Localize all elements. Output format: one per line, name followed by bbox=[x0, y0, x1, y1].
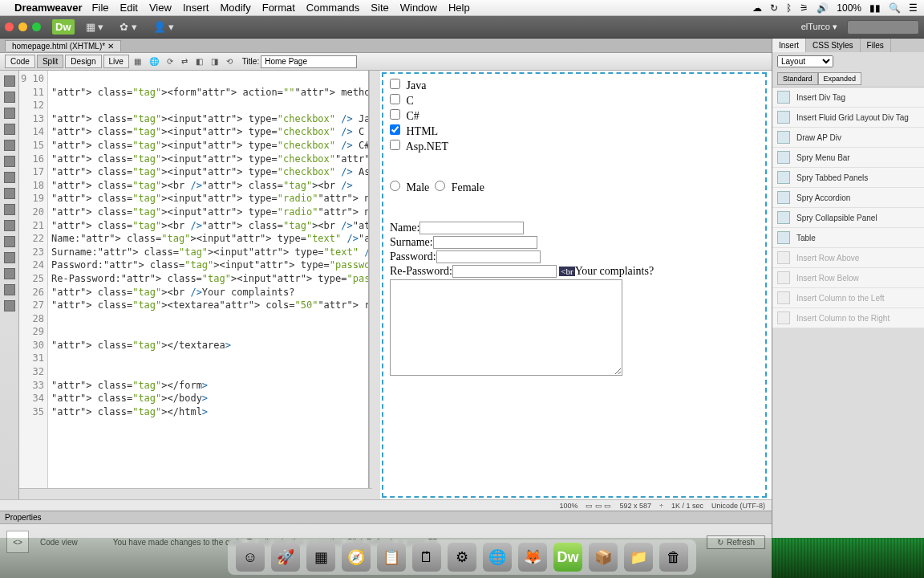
ct-icon[interactable] bbox=[4, 300, 15, 311]
insert-item[interactable]: Table bbox=[772, 228, 924, 248]
insert-item[interactable]: Spry Tabbed Panels bbox=[772, 168, 924, 188]
insert-item[interactable]: Insert Fluid Grid Layout Div Tag bbox=[772, 108, 924, 128]
dock-launchpad-icon[interactable]: 🚀 bbox=[271, 543, 300, 572]
surname-input[interactable] bbox=[433, 236, 537, 249]
design-pane[interactable]: Java C C# HTML Asp.NET Male Female Name:… bbox=[382, 72, 767, 498]
ct-icon[interactable] bbox=[4, 204, 15, 215]
tab-css[interactable]: CSS Styles bbox=[806, 39, 861, 52]
menu-extras-icon[interactable]: ☰ bbox=[909, 2, 918, 14]
menu-format[interactable]: Format bbox=[262, 2, 295, 14]
tab-insert[interactable]: Insert bbox=[772, 39, 806, 52]
vb-icon-6[interactable]: ◨ bbox=[208, 55, 221, 67]
dock-trash-icon[interactable]: 🗑 bbox=[659, 543, 688, 572]
app-name[interactable]: Dreamweaver bbox=[14, 2, 83, 14]
br-tag-selected[interactable]: <br bbox=[559, 267, 574, 276]
chk-java[interactable] bbox=[390, 79, 400, 89]
dock-notes-icon[interactable]: 📋 bbox=[377, 543, 406, 572]
status-zoom[interactable]: 100% bbox=[559, 502, 578, 510]
menu-file[interactable]: File bbox=[92, 2, 109, 14]
dock-finder-icon[interactable]: ☺ bbox=[236, 543, 265, 572]
vb-icon-2[interactable]: 🌐 bbox=[146, 55, 162, 67]
menu-view[interactable]: View bbox=[149, 2, 172, 14]
mode-expanded[interactable]: Expanded bbox=[818, 72, 862, 85]
zoom-window[interactable] bbox=[32, 22, 41, 31]
insert-item[interactable]: Spry Accordion bbox=[772, 188, 924, 208]
layout-dropdown-icon[interactable]: ▦ ▾ bbox=[81, 19, 109, 35]
view-design-button[interactable]: Design bbox=[65, 55, 101, 68]
chk-aspnet[interactable] bbox=[390, 140, 400, 150]
gear-dropdown-icon[interactable]: ✿ ▾ bbox=[115, 19, 142, 35]
dock-safari2-icon[interactable]: 🌐 bbox=[483, 543, 512, 572]
properties-title[interactable]: Properties bbox=[0, 511, 772, 524]
dock-app2-icon[interactable]: 📦 bbox=[589, 543, 618, 572]
close-window[interactable] bbox=[5, 22, 14, 31]
search-field[interactable] bbox=[847, 20, 919, 35]
menu-site[interactable]: Site bbox=[371, 2, 388, 14]
ct-icon[interactable] bbox=[4, 172, 15, 183]
dock-folder-icon[interactable]: 📁 bbox=[624, 543, 653, 572]
ct-icon[interactable] bbox=[4, 268, 15, 279]
ct-icon[interactable] bbox=[4, 92, 15, 103]
dock-dreamweaver-icon[interactable]: Dw bbox=[553, 543, 582, 572]
ct-icon[interactable] bbox=[4, 156, 15, 167]
spotlight-icon[interactable]: 🔍 bbox=[889, 2, 901, 14]
vb-icon-4[interactable]: ⇄ bbox=[178, 55, 191, 67]
tab-files[interactable]: Files bbox=[861, 39, 891, 52]
complaints-textarea[interactable] bbox=[390, 279, 622, 376]
chk-c[interactable] bbox=[390, 94, 400, 104]
insert-item[interactable]: Spry Collapsible Panel bbox=[772, 208, 924, 228]
insert-item[interactable]: Insert Div Tag bbox=[772, 88, 924, 108]
dock-app-icon[interactable]: ⚙ bbox=[448, 543, 476, 572]
insert-item[interactable]: Spry Menu Bar bbox=[772, 148, 924, 168]
dock-stickies-icon[interactable]: 🗒 bbox=[412, 543, 441, 572]
menu-modify[interactable]: Modify bbox=[220, 2, 250, 14]
wifi-icon[interactable]: ⚞ bbox=[800, 2, 808, 14]
vb-icon-5[interactable]: ◧ bbox=[192, 55, 206, 67]
workspace-user[interactable]: elTurco ▾ bbox=[801, 22, 837, 32]
code-scrollbar[interactable] bbox=[369, 71, 380, 499]
battery-text[interactable]: 100% bbox=[837, 2, 861, 14]
minimize-window[interactable] bbox=[18, 22, 27, 31]
code-pane[interactable]: "attr"> class="tag"><form"attr"> action=… bbox=[48, 71, 369, 499]
mode-standard[interactable]: Standard bbox=[777, 72, 818, 85]
ct-icon[interactable] bbox=[4, 75, 15, 87]
bluetooth-icon[interactable]: ᛒ bbox=[786, 2, 792, 14]
ct-icon[interactable] bbox=[4, 140, 15, 151]
view-code-button[interactable]: Code bbox=[5, 55, 35, 68]
name-input[interactable] bbox=[419, 222, 524, 234]
user-dropdown-icon[interactable]: 👤 ▾ bbox=[148, 19, 180, 35]
dock-safari-icon[interactable]: 🧭 bbox=[342, 543, 371, 572]
menu-edit[interactable]: Edit bbox=[120, 2, 138, 14]
radio-female[interactable] bbox=[435, 181, 445, 191]
vb-icon-1[interactable]: ▦ bbox=[131, 55, 144, 67]
menu-help[interactable]: Help bbox=[448, 2, 470, 14]
chk-csharp[interactable] bbox=[390, 109, 400, 120]
ct-icon[interactable] bbox=[4, 284, 15, 295]
vb-icon-3[interactable]: ⟳ bbox=[164, 55, 176, 67]
battery-icon[interactable]: ▮▮ bbox=[869, 2, 881, 14]
vb-icon-7[interactable]: ⟲ bbox=[223, 55, 236, 67]
insert-category-select[interactable]: Layout bbox=[777, 55, 833, 67]
view-live-button[interactable]: Live bbox=[103, 55, 129, 68]
ct-icon[interactable] bbox=[4, 252, 15, 263]
ct-icon[interactable] bbox=[4, 108, 15, 119]
repassword-input[interactable] bbox=[452, 265, 557, 278]
chk-html[interactable] bbox=[390, 124, 400, 135]
dock-firefox-icon[interactable]: 🦊 bbox=[518, 543, 547, 572]
cloud-icon[interactable]: ☁ bbox=[752, 2, 762, 14]
ct-icon[interactable] bbox=[4, 236, 15, 247]
code-hscrollbar[interactable] bbox=[19, 488, 372, 499]
dock-missioncontrol-icon[interactable]: ▦ bbox=[306, 543, 335, 572]
password-input[interactable] bbox=[436, 250, 541, 263]
insert-item[interactable]: Draw AP Div bbox=[772, 128, 924, 148]
radio-male[interactable] bbox=[390, 181, 400, 191]
ct-icon[interactable] bbox=[4, 220, 15, 231]
menu-commands[interactable]: Commands bbox=[306, 2, 359, 14]
document-tab[interactable]: homepage.html (XHTML)* ✕ bbox=[5, 40, 121, 51]
view-split-button[interactable]: Split bbox=[37, 55, 63, 68]
sync-icon[interactable]: ↻ bbox=[770, 2, 778, 14]
ct-icon[interactable] bbox=[4, 188, 15, 199]
volume-icon[interactable]: 🔊 bbox=[817, 2, 829, 14]
menu-window[interactable]: Window bbox=[400, 2, 437, 14]
ct-icon[interactable] bbox=[4, 124, 15, 135]
